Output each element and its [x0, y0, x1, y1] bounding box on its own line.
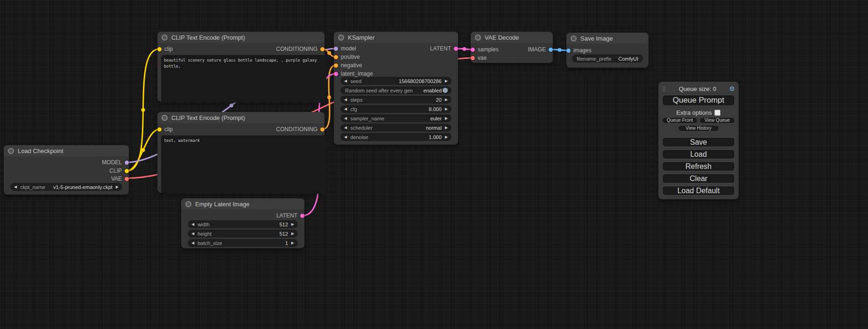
- node-clip-text-encode-negative[interactable]: CLIP Text Encode (Prompt) clip CONDITION…: [157, 112, 325, 193]
- output-port-clip[interactable]: CLIP: [109, 168, 129, 174]
- arrow-left-icon[interactable]: ◀: [191, 223, 194, 226]
- arrow-right-icon[interactable]: ▶: [291, 232, 294, 236]
- arrow-right-icon[interactable]: ▶: [291, 241, 294, 245]
- port-dot-conditioning[interactable]: [320, 47, 325, 51]
- node-save-image[interactable]: Save Image images filename_prefix ComfyU…: [566, 33, 649, 68]
- link-midpoint-dot[interactable]: [141, 108, 145, 112]
- arrow-left-icon[interactable]: ◀: [191, 232, 194, 236]
- port-dot-image[interactable]: [549, 48, 553, 52]
- arrow-left-icon[interactable]: ◀: [344, 98, 347, 102]
- output-port-conditioning[interactable]: CONDITIONING: [276, 126, 325, 133]
- link-midpoint-dot[interactable]: [558, 48, 562, 52]
- output-port-vae[interactable]: VAE: [111, 175, 129, 182]
- port-dot-image[interactable]: [566, 49, 571, 53]
- collapse-dot-icon[interactable]: [338, 35, 344, 41]
- input-port-samples[interactable]: samples: [471, 46, 499, 53]
- input-port-vae[interactable]: vae: [471, 55, 487, 61]
- node-title-bar[interactable]: Empty Latent Image: [181, 198, 304, 210]
- arrow-left-icon[interactable]: ◀: [344, 107, 347, 111]
- widget-height[interactable]: ◀ height 512 ▶: [188, 230, 298, 238]
- arrow-right-icon[interactable]: ▶: [445, 126, 448, 130]
- port-dot-vae[interactable]: [125, 177, 129, 181]
- widget-random-seed-toggle[interactable]: Random seed after every gen enabled: [340, 86, 452, 94]
- port-dot-latent[interactable]: [454, 47, 458, 51]
- node-title-bar[interactable]: Load Checkpoint: [4, 145, 129, 156]
- port-dot-conditioning[interactable]: [334, 55, 338, 59]
- arrow-right-icon[interactable]: ▶: [445, 135, 448, 139]
- widget-width[interactable]: ◀ width 512 ▶: [188, 220, 298, 228]
- collapse-dot-icon[interactable]: [162, 35, 168, 41]
- widget-cfg[interactable]: ◀ cfg 8.000 ▶: [340, 105, 452, 113]
- output-port-latent[interactable]: LATENT: [430, 45, 458, 52]
- view-queue-button[interactable]: View Queue: [699, 117, 735, 124]
- node-title-bar[interactable]: CLIP Text Encode (Prompt): [157, 32, 325, 43]
- collapse-dot-icon[interactable]: [571, 35, 577, 42]
- output-port-latent[interactable]: LATENT: [276, 212, 304, 219]
- widget-steps[interactable]: ◀ steps 20 ▶: [340, 96, 452, 104]
- settings-gear-icon[interactable]: ⚙: [729, 85, 735, 92]
- port-dot-clip[interactable]: [125, 169, 129, 173]
- extra-options-checkbox[interactable]: [714, 110, 720, 116]
- link-midpoint-dot[interactable]: [463, 47, 466, 51]
- input-port-positive[interactable]: positive: [334, 54, 360, 60]
- input-port-negative[interactable]: negative: [334, 62, 362, 69]
- node-title-bar[interactable]: KSampler: [334, 32, 458, 43]
- port-dot-conditioning[interactable]: [320, 127, 325, 132]
- port-dot-latent[interactable]: [334, 72, 338, 76]
- node-vae-decode[interactable]: VAE Decode samples IMAGE vae: [471, 32, 553, 63]
- refresh-button[interactable]: Refresh: [662, 161, 735, 171]
- clear-button[interactable]: Clear: [662, 174, 735, 183]
- node-empty-latent-image[interactable]: Empty Latent Image LATENT ◀ width 512 ▶ …: [181, 198, 304, 248]
- arrow-left-icon[interactable]: ◀: [14, 185, 17, 189]
- node-graph-canvas[interactable]: Load Checkpoint MODEL CLIP VAE ◀ ckpt_na…: [0, 0, 868, 329]
- arrow-left-icon[interactable]: ◀: [344, 117, 347, 120]
- port-dot-vae[interactable]: [471, 56, 475, 60]
- port-dot-model[interactable]: [334, 47, 338, 51]
- arrow-right-icon[interactable]: ▶: [445, 117, 448, 120]
- node-title-bar[interactable]: CLIP Text Encode (Prompt): [157, 112, 325, 123]
- positive-prompt-textarea[interactable]: beautiful scenery nature glass bottle la…: [161, 55, 326, 103]
- input-port-images[interactable]: images: [566, 47, 592, 54]
- collapse-dot-icon[interactable]: [8, 148, 14, 154]
- negative-prompt-textarea[interactable]: text, watermark: [161, 135, 326, 194]
- node-title-bar[interactable]: VAE Decode: [471, 32, 553, 43]
- drag-handle-icon[interactable]: ⣿: [662, 86, 666, 92]
- arrow-right-icon[interactable]: ▶: [291, 223, 294, 226]
- arrow-left-icon[interactable]: ◀: [344, 135, 347, 139]
- port-dot-latent[interactable]: [300, 214, 304, 218]
- link-midpoint-dot[interactable]: [327, 96, 331, 99]
- arrow-right-icon[interactable]: ▶: [445, 98, 448, 102]
- widget-sampler-name[interactable]: ◀ sampler_name euler ▶: [340, 114, 452, 122]
- node-ksampler[interactable]: KSampler model LATENT positive negative: [334, 32, 458, 145]
- widget-seed[interactable]: ◀ seed 156680208700286 ▶: [340, 77, 452, 85]
- load-button[interactable]: Load: [662, 149, 735, 159]
- queue-prompt-button[interactable]: Queue Prompt: [662, 95, 735, 106]
- collapse-dot-icon[interactable]: [185, 201, 191, 207]
- output-port-conditioning[interactable]: CONDITIONING: [276, 46, 325, 52]
- port-dot-latent[interactable]: [471, 48, 475, 52]
- widget-batch-size[interactable]: ◀ batch_size 1 ▶: [188, 239, 298, 247]
- collapse-dot-icon[interactable]: [475, 35, 481, 41]
- toggle-knob-icon[interactable]: [443, 88, 448, 93]
- node-title-bar[interactable]: Save Image: [566, 33, 649, 44]
- load-default-button[interactable]: Load Default: [662, 186, 735, 196]
- input-port-clip[interactable]: clip: [157, 126, 173, 133]
- arrow-right-icon[interactable]: ▶: [445, 79, 448, 83]
- link-midpoint-dot[interactable]: [327, 51, 331, 55]
- widget-ckpt-name[interactable]: ◀ ckpt_name v1-5-pruned-emaonly.ckpt ▶: [10, 183, 122, 191]
- queue-front-button[interactable]: Queue Front: [662, 117, 698, 124]
- node-clip-text-encode-positive[interactable]: CLIP Text Encode (Prompt) clip CONDITION…: [157, 32, 325, 102]
- widget-scheduler[interactable]: ◀ scheduler normal ▶: [340, 124, 452, 132]
- port-dot-clip[interactable]: [157, 47, 162, 51]
- port-dot-model[interactable]: [125, 161, 129, 165]
- arrow-left-icon[interactable]: ◀: [191, 241, 194, 245]
- link-midpoint-dot[interactable]: [141, 148, 145, 152]
- widget-filename-prefix[interactable]: filename_prefix ComfyUI: [572, 55, 643, 63]
- input-port-clip[interactable]: clip: [157, 46, 173, 52]
- arrow-left-icon[interactable]: ◀: [344, 79, 347, 83]
- view-history-button[interactable]: View History: [678, 125, 719, 132]
- input-port-model[interactable]: model: [334, 45, 356, 52]
- collapse-dot-icon[interactable]: [162, 115, 168, 121]
- arrow-left-icon[interactable]: ◀: [344, 126, 347, 130]
- node-load-checkpoint[interactable]: Load Checkpoint MODEL CLIP VAE ◀ ckpt_na…: [4, 145, 129, 195]
